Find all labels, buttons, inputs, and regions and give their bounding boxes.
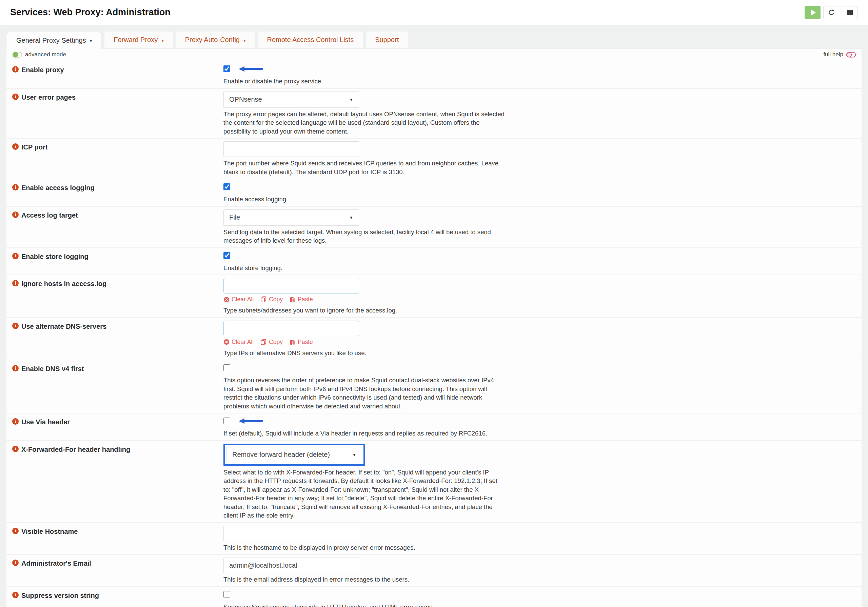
- tab-general-proxy-settings[interactable]: General Proxy Settings▾: [7, 32, 101, 48]
- tab-forward-proxy[interactable]: Forward Proxy▾: [104, 31, 173, 48]
- control-line: [223, 65, 855, 72]
- control-line: [223, 321, 855, 336]
- tokenizer-actions: Clear AllCopyPaste: [223, 339, 855, 346]
- chevron-down-icon: ▼: [352, 452, 356, 457]
- row-control: This is the email address displayed in e…: [223, 557, 862, 584]
- enable-dns-v4-first-checkbox[interactable]: [223, 364, 230, 371]
- info-icon: i: [12, 212, 19, 218]
- restart-service-button[interactable]: [823, 6, 839, 19]
- copy-icon: [260, 296, 267, 303]
- tab-label: Forward Proxy: [113, 36, 158, 44]
- enable-access-logging-checkbox[interactable]: [223, 183, 230, 190]
- user-error-pages-select[interactable]: OPNsense▼: [223, 91, 359, 108]
- field-label: User error pages: [22, 93, 76, 102]
- page-title: Services: Web Proxy: Administration: [10, 7, 170, 18]
- form-row-use-alternate-dns-servers: iUse alternate DNS-serversClear AllCopyP…: [6, 317, 862, 360]
- info-icon: i: [12, 253, 19, 259]
- control-line: [223, 526, 855, 541]
- suppress-version-string-checkbox[interactable]: [223, 591, 230, 598]
- control-line: [223, 364, 855, 371]
- help-text: This is the hostname to be displayed in …: [223, 543, 505, 552]
- copy-icon: [260, 339, 267, 345]
- form-row-use-via-header: iUse Via headerIf set (default), Squid w…: [6, 413, 862, 440]
- field-label: Administrator's Email: [22, 559, 91, 568]
- tab-support[interactable]: Support: [366, 31, 408, 48]
- info-icon: i: [12, 93, 19, 100]
- full-help-toggle[interactable]: full help: [823, 51, 856, 58]
- form-row-ignore-hosts-in-access-log: iIgnore hosts in access.logClear AllCopy…: [6, 274, 862, 317]
- row-label: iEnable DNS v4 first: [6, 362, 223, 410]
- info-icon: i: [12, 66, 19, 73]
- copy-link[interactable]: Copy: [260, 296, 283, 303]
- enable-proxy-checkbox[interactable]: [223, 65, 230, 72]
- info-icon: i: [12, 323, 19, 329]
- control-line: [223, 557, 855, 573]
- field-label: Visible Hostname: [22, 527, 78, 536]
- row-control: File▼Send log data to the selected targe…: [223, 209, 862, 245]
- field-label: Suppress version string: [22, 592, 99, 600]
- control-line: [223, 183, 855, 190]
- help-text: Suppress Squid version string info in HT…: [223, 602, 505, 607]
- control-line: [223, 252, 855, 259]
- paste-link[interactable]: Paste: [290, 296, 313, 303]
- help-text: Enable store logging.: [223, 264, 505, 273]
- help-text: This option reverses the order of prefer…: [223, 376, 505, 410]
- use-alternate-dns-servers-tokenizer[interactable]: [223, 321, 359, 336]
- control-line: [223, 141, 855, 157]
- field-label: Enable DNS v4 first: [22, 365, 84, 373]
- clear-all-link[interactable]: Clear All: [223, 339, 254, 346]
- chevron-down-icon: ▼: [349, 215, 353, 220]
- row-label: iEnable access logging: [6, 181, 223, 204]
- row-control: Enable or disable the proxy service.: [223, 63, 862, 86]
- icp-port-input[interactable]: [223, 141, 359, 157]
- settings-form: iEnable proxyEnable or disable the proxy…: [6, 61, 862, 607]
- tab-proxy-auto-config[interactable]: Proxy Auto-Config▾: [176, 31, 255, 48]
- advanced-mode-toggle[interactable]: advanced mode: [12, 51, 66, 58]
- use-via-header-checkbox[interactable]: [223, 418, 230, 424]
- row-label: iICP port: [6, 141, 223, 176]
- access-log-target-select[interactable]: File▼: [223, 209, 359, 226]
- x-forwarded-for-header-handling-select[interactable]: Remove forward header (delete)▼: [226, 447, 362, 463]
- field-label: Enable access logging: [22, 184, 95, 192]
- form-row-administrators-email: iAdministrator's EmailThis is the email …: [6, 554, 862, 586]
- tab-bar: General Proxy Settings▾Forward Proxy▾Pro…: [0, 31, 868, 48]
- field-label: Enable proxy: [22, 66, 64, 74]
- paste-icon: [290, 339, 296, 345]
- enable-store-logging-checkbox[interactable]: [223, 252, 230, 259]
- field-label: Use Via header: [22, 418, 70, 426]
- help-text: The port number where Squid sends and re…: [223, 159, 505, 176]
- field-label: Use alternate DNS-servers: [22, 322, 107, 331]
- start-service-button[interactable]: [804, 6, 820, 19]
- link-label: Clear All: [232, 339, 254, 346]
- tokenizer-actions: Clear AllCopyPaste: [223, 296, 855, 303]
- ignore-hosts-in-access-log-tokenizer[interactable]: [223, 278, 359, 294]
- paste-link[interactable]: Paste: [290, 339, 313, 346]
- copy-link[interactable]: Copy: [260, 339, 283, 346]
- row-control: This is the hostname to be displayed in …: [223, 525, 862, 552]
- tab-label: Support: [375, 36, 399, 44]
- visible-hostname-input[interactable]: [223, 526, 359, 541]
- tab-remote-access-control-lists[interactable]: Remote Access Control Lists: [258, 31, 363, 48]
- settings-panel: advanced mode full help iEnable proxyEna…: [6, 48, 862, 607]
- chevron-down-icon: ▼: [349, 97, 353, 102]
- form-row-enable-dns-v4-first: iEnable DNS v4 firstThis option reverses…: [6, 359, 862, 413]
- help-text: Enable or disable the proxy service.: [223, 77, 505, 86]
- row-label: iUse Via header: [6, 415, 223, 438]
- stop-icon: [847, 10, 853, 15]
- refresh-icon: [828, 9, 835, 16]
- form-row-enable-store-logging: iEnable store loggingEnable store loggin…: [6, 248, 862, 275]
- administrators-email-input[interactable]: [223, 557, 359, 573]
- row-control: Enable access logging.: [223, 181, 862, 204]
- info-icon: i: [12, 365, 19, 372]
- clear-all-link[interactable]: Clear All: [223, 296, 254, 303]
- row-control: Clear AllCopyPasteType IPs of alternativ…: [223, 320, 862, 358]
- field-label: Access log target: [22, 211, 78, 220]
- form-row-access-log-target: iAccess log targetFile▼Send log data to …: [6, 206, 862, 248]
- tab-label: Proxy Auto-Config: [185, 36, 240, 44]
- link-label: Copy: [269, 339, 283, 346]
- row-control: If set (default), Squid will include a V…: [223, 415, 862, 438]
- row-control: Remove forward header (delete)▼Select wh…: [223, 443, 862, 520]
- stop-service-button[interactable]: [842, 6, 858, 19]
- annotation-arrow-icon: [239, 66, 263, 72]
- info-icon: i: [12, 592, 19, 598]
